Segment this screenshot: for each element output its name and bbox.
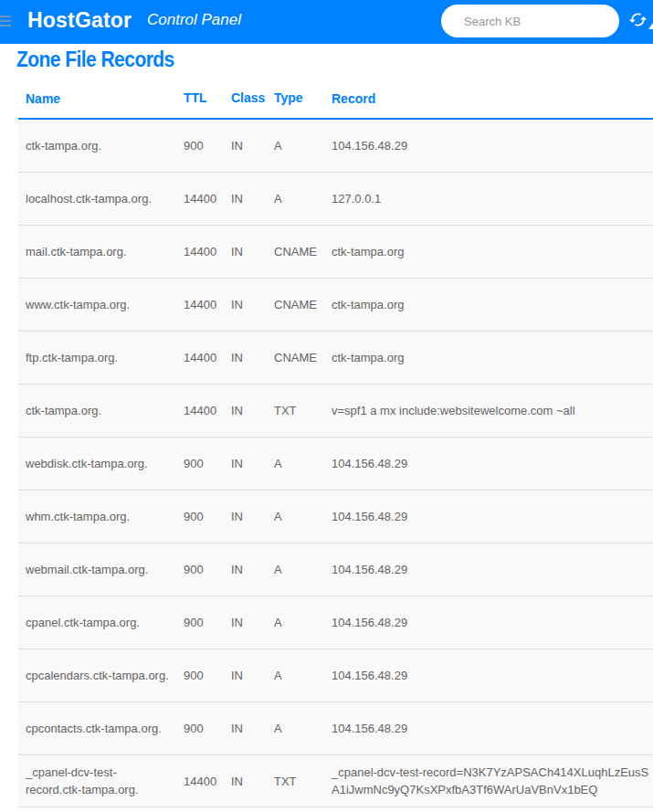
cell-ttl: 900 bbox=[184, 563, 231, 576]
hostgator-logo[interactable]: HostGator bbox=[27, 8, 132, 33]
cell-record: ctk-tampa.org bbox=[332, 349, 653, 366]
cell-class: IN bbox=[231, 404, 274, 417]
cell-name: webdisk.ctk-tampa.org. bbox=[18, 455, 184, 472]
refresh-icon[interactable] bbox=[628, 10, 648, 29]
page-title: Zone File Records bbox=[16, 47, 653, 72]
cell-name: ftp.ctk-tampa.org. bbox=[18, 349, 184, 366]
table-body: ctk-tampa.org.900INA104.156.48.29localho… bbox=[18, 120, 653, 807]
table-row: ctk-tampa.org.900INA104.156.48.29 bbox=[18, 120, 653, 173]
cell-record: 104.156.48.29 bbox=[332, 508, 653, 525]
search-kb-input[interactable] bbox=[441, 5, 619, 37]
cell-class: IN bbox=[231, 457, 274, 470]
cell-record: v=spf1 a mx include:websitewelcome.com ~… bbox=[332, 402, 653, 419]
cell-name: ctk-tampa.org. bbox=[18, 402, 184, 419]
hamburger-menu-icon[interactable] bbox=[0, 16, 11, 29]
cell-class: IN bbox=[231, 563, 274, 576]
cell-type: A bbox=[274, 563, 332, 576]
cell-type: A bbox=[274, 510, 332, 523]
table-row: ftp.ctk-tampa.org.14400INCNAMEctk-tampa.… bbox=[18, 332, 653, 385]
cell-record: 104.156.48.29 bbox=[332, 720, 653, 737]
cell-record: ctk-tampa.org bbox=[332, 296, 653, 313]
clipped-icon-fragment bbox=[648, 23, 653, 29]
cell-class: IN bbox=[231, 775, 274, 788]
column-header-type: Type bbox=[274, 90, 332, 108]
cell-name: cpanel.ctk-tampa.org. bbox=[18, 614, 184, 631]
cell-name: whm.ctk-tampa.org. bbox=[18, 508, 184, 525]
cell-record: 104.156.48.29 bbox=[332, 561, 653, 578]
cell-class: IN bbox=[231, 192, 274, 206]
cell-class: IN bbox=[231, 139, 274, 153]
cell-class: IN bbox=[231, 298, 274, 311]
column-header-ttl: TTL bbox=[184, 90, 231, 108]
table-row: webdisk.ctk-tampa.org.900INA104.156.48.2… bbox=[18, 438, 653, 490]
table-row: mail.ctk-tampa.org.14400INCNAMEctk-tampa… bbox=[18, 226, 653, 279]
cell-type: CNAME bbox=[274, 298, 332, 311]
cell-ttl: 14400 bbox=[184, 298, 231, 311]
cell-class: IN bbox=[231, 616, 274, 629]
cell-type: A bbox=[274, 139, 332, 153]
column-header-class: Class bbox=[231, 90, 274, 108]
cell-class: IN bbox=[231, 669, 274, 682]
table-row: localhost.ctk-tampa.org.14400INA127.0.0.… bbox=[18, 173, 653, 226]
column-header-name: Name bbox=[18, 90, 184, 108]
cell-ttl: 900 bbox=[184, 139, 231, 153]
table-row: whm.ctk-tampa.org.900INA104.156.48.29 bbox=[18, 490, 653, 543]
table-row: cpcontacts.ctk-tampa.org.900INA104.156.4… bbox=[18, 702, 653, 755]
cell-name: cpcalendars.ctk-tampa.org. bbox=[18, 667, 184, 684]
cell-ttl: 14400 bbox=[184, 351, 231, 364]
cell-name: _cpanel-dcv-test-record.ctk-tampa.org. bbox=[18, 764, 184, 798]
cell-type: CNAME bbox=[274, 351, 332, 364]
cell-type: A bbox=[274, 192, 332, 206]
cell-type: A bbox=[274, 616, 332, 629]
table-row: webmail.ctk-tampa.org.900INA104.156.48.2… bbox=[18, 543, 653, 596]
cell-ttl: 14400 bbox=[184, 192, 231, 206]
cell-record: 104.156.48.29 bbox=[332, 137, 653, 154]
table-row: www.ctk-tampa.org.14400INCNAMEctk-tampa.… bbox=[18, 279, 653, 332]
cell-record: 127.0.0.1 bbox=[332, 190, 653, 207]
cell-type: A bbox=[274, 669, 332, 682]
cell-type: TXT bbox=[274, 404, 332, 417]
cell-name: localhost.ctk-tampa.org. bbox=[18, 190, 184, 207]
cell-ttl: 900 bbox=[184, 510, 231, 523]
cell-class: IN bbox=[231, 722, 274, 735]
cell-class: IN bbox=[231, 351, 274, 364]
top-navigation-bar: HostGator Control Panel bbox=[0, 0, 653, 44]
main-content: Zone File Records NameTTLClassTypeRecord… bbox=[0, 47, 653, 807]
cell-record: 104.156.48.29 bbox=[332, 614, 653, 631]
cell-record: 104.156.48.29 bbox=[332, 455, 653, 472]
cell-class: IN bbox=[231, 245, 274, 258]
cell-name: cpcontacts.ctk-tampa.org. bbox=[18, 720, 184, 737]
cell-record: ctk-tampa.org bbox=[332, 243, 653, 260]
cell-ttl: 900 bbox=[184, 669, 231, 682]
table-header-row: NameTTLClassTypeRecord bbox=[18, 90, 653, 120]
cell-type: CNAME bbox=[274, 245, 332, 258]
cell-ttl: 900 bbox=[184, 457, 231, 470]
cell-record: 104.156.48.29 bbox=[332, 667, 653, 684]
cell-type: TXT bbox=[274, 775, 332, 788]
cell-name: ctk-tampa.org. bbox=[18, 137, 184, 154]
table-row: _cpanel-dcv-test-record.ctk-tampa.org.14… bbox=[18, 755, 653, 807]
cell-ttl: 900 bbox=[184, 722, 231, 735]
cell-record: _cpanel-dcv-test-record=N3K7YzAPSACh414X… bbox=[332, 764, 653, 798]
cell-type: A bbox=[274, 457, 332, 470]
cell-ttl: 900 bbox=[184, 616, 231, 629]
cell-ttl: 14400 bbox=[184, 245, 231, 258]
cell-ttl: 14400 bbox=[184, 404, 231, 417]
cell-name: www.ctk-tampa.org. bbox=[18, 296, 184, 313]
zone-records-table: NameTTLClassTypeRecord ctk-tampa.org.900… bbox=[18, 90, 653, 807]
table-row: cpanel.ctk-tampa.org.900INA104.156.48.29 bbox=[18, 596, 653, 649]
table-row: cpcalendars.ctk-tampa.org.900INA104.156.… bbox=[18, 649, 653, 702]
column-header-record: Record bbox=[332, 90, 653, 108]
cell-type: A bbox=[274, 722, 332, 735]
cell-class: IN bbox=[231, 510, 274, 523]
cell-ttl: 14400 bbox=[184, 775, 231, 788]
control-panel-label: Control Panel bbox=[147, 11, 241, 29]
cell-name: webmail.ctk-tampa.org. bbox=[18, 561, 184, 578]
table-row: ctk-tampa.org.14400INTXTv=spf1 a mx incl… bbox=[18, 385, 653, 438]
cell-name: mail.ctk-tampa.org. bbox=[18, 243, 184, 260]
